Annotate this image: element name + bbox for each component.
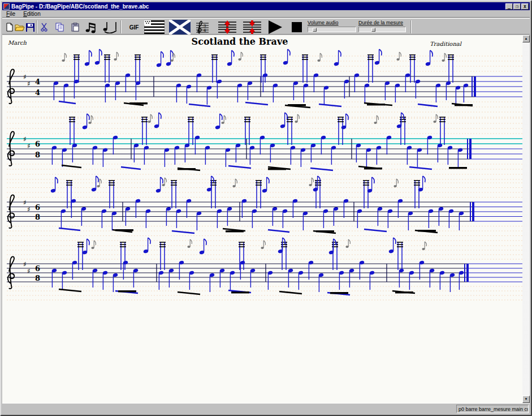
scotland-flag-button[interactable] <box>168 20 191 34</box>
svg-text:4: 4 <box>35 78 40 86</box>
composer-label: Traditional <box>430 41 461 47</box>
svg-text:♯: ♯ <box>23 260 27 268</box>
compress-staff-button[interactable] <box>242 20 262 34</box>
svg-text:♯: ♯ <box>23 135 27 143</box>
svg-text:♯: ♯ <box>27 142 31 150</box>
svg-text:8: 8 <box>35 274 40 282</box>
toolbar-separator <box>36 20 37 33</box>
minimize-button[interactable]: _ <box>505 3 513 10</box>
volume-slider-thumb[interactable] <box>313 28 317 32</box>
svg-text:8: 8 <box>35 213 40 221</box>
open-folder-icon <box>15 23 25 32</box>
svg-text:6: 6 <box>35 264 40 273</box>
vertical-scrollbar[interactable]: ▲ ▼ <box>522 35 530 403</box>
play-icon <box>266 20 283 34</box>
menu-bar: File Edition <box>2 10 530 18</box>
toolbar: GIF 3 <box>2 18 530 35</box>
svg-text:4: 4 <box>35 88 40 97</box>
score-svg: ♯♯44♯♯68♯♯68♯♯68 <box>2 35 525 403</box>
volume-label: Volume audio <box>308 20 356 25</box>
app-icon <box>3 3 10 10</box>
measure-slider-group: Durée de la mesure <box>358 20 407 32</box>
staff-clef-icon: 3 4 <box>195 20 210 35</box>
svg-text:♯: ♯ <box>23 199 27 207</box>
menu-edition[interactable]: Edition <box>19 10 45 18</box>
menu-file[interactable]: File <box>2 10 19 18</box>
measure-duration-label: Durée de la mesure <box>358 20 407 25</box>
new-file-button[interactable] <box>5 20 14 34</box>
stop-button[interactable] <box>289 20 304 34</box>
beamed-notes-icon <box>85 21 100 33</box>
cut-button[interactable] <box>39 20 49 34</box>
svg-text:4: 4 <box>204 28 206 33</box>
beamed-notes-button[interactable] <box>85 20 100 34</box>
cut-icon <box>40 23 48 32</box>
toolbar-separator <box>120 20 122 33</box>
measure-slider-thumb[interactable] <box>371 28 375 32</box>
save-button[interactable] <box>25 20 34 34</box>
close-button[interactable]: x <box>521 3 529 10</box>
svg-text:♯: ♯ <box>23 73 27 81</box>
app-window: BagPipe - D:/BagPipe/ABC/scotland_the_br… <box>0 0 532 416</box>
tune-title: Scotland the Brave <box>2 36 477 47</box>
score-area[interactable]: ♯♯44♯♯68♯♯68♯♯68 Scotland the Brave Marc… <box>2 35 530 403</box>
window-title: BagPipe - D:/BagPipe/ABC/scotland_the_br… <box>11 3 149 10</box>
open-file-button[interactable] <box>15 20 25 34</box>
note-tie-icon <box>102 21 118 33</box>
copy-icon <box>55 23 64 32</box>
volume-slider-group: Volume audio <box>308 20 356 32</box>
compress-staff-spacing-icon <box>243 20 262 35</box>
svg-text:♯: ♯ <box>27 267 31 275</box>
brittany-flag-icon <box>144 20 165 34</box>
svg-text:6: 6 <box>35 203 40 212</box>
paste-button[interactable] <box>71 20 81 34</box>
scroll-up-button[interactable]: ▲ <box>522 35 530 42</box>
paste-icon <box>71 23 80 32</box>
scroll-down-button[interactable]: ▼ <box>522 396 530 403</box>
svg-text:3: 3 <box>204 24 206 28</box>
toolbar-separator <box>410 20 412 33</box>
svg-text:6: 6 <box>35 140 40 148</box>
status-message: p0 barre barre_mesure main current <box>456 405 529 413</box>
status-bar: p0 barre barre_mesure main current <box>2 403 530 414</box>
expand-staff-button[interactable] <box>217 20 237 34</box>
svg-text:♯: ♯ <box>27 205 31 213</box>
scotland-flag-icon <box>169 20 191 35</box>
restore-button[interactable]: ❐ <box>513 3 521 10</box>
copy-button[interactable] <box>55 20 65 34</box>
sheet-header: Scotland the Brave March Traditional <box>2 36 524 49</box>
staff-clef-button[interactable]: 3 4 <box>194 20 210 34</box>
stop-icon <box>291 22 302 33</box>
note-tie-button[interactable] <box>102 20 118 34</box>
save-icon <box>26 23 34 32</box>
new-file-icon <box>6 23 14 32</box>
svg-text:♯: ♯ <box>27 80 31 88</box>
brittany-flag-button[interactable] <box>144 20 165 34</box>
volume-slider[interactable] <box>308 27 356 32</box>
svg-text:8: 8 <box>35 151 40 159</box>
title-bar[interactable]: BagPipe - D:/BagPipe/ABC/scotland_the_br… <box>2 2 530 10</box>
rhythm-label: March <box>8 40 27 46</box>
expand-staff-spacing-icon <box>218 20 237 35</box>
gif-button-label: GIF <box>129 24 139 31</box>
gif-export-button[interactable]: GIF <box>126 20 142 34</box>
play-button[interactable] <box>264 20 286 34</box>
measure-duration-slider[interactable] <box>358 27 406 32</box>
